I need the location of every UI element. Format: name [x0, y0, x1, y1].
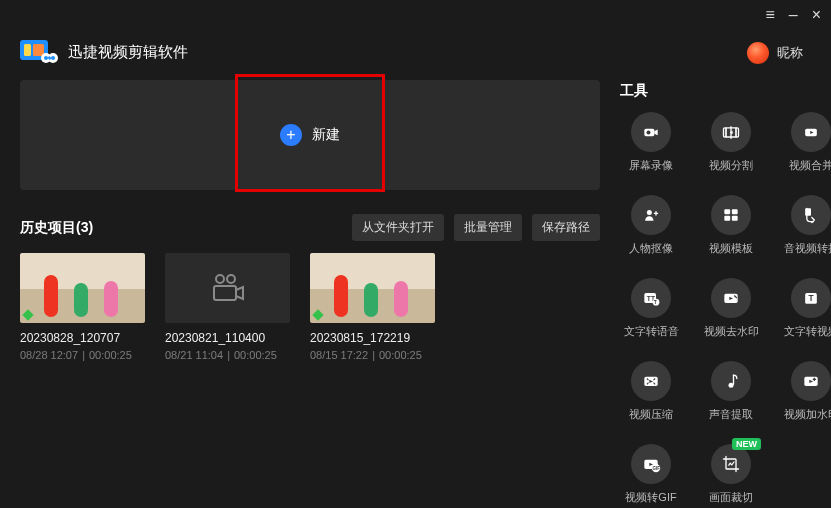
svg-text:T: T — [809, 293, 814, 303]
video-compress-icon — [631, 361, 671, 401]
video-template-icon — [711, 195, 751, 235]
svg-text:GIF: GIF — [652, 466, 660, 471]
app-title: 迅捷视频剪辑软件 — [68, 43, 188, 62]
tool-av-convert[interactable]: 音视频转换 — [780, 195, 831, 256]
tool-add-watermark[interactable]: 视频加水印 — [780, 361, 831, 422]
tool-remove-watermark[interactable]: 视频去水印 — [700, 278, 762, 339]
screen-record-icon — [631, 112, 671, 152]
svg-point-35 — [729, 383, 734, 388]
project-meta: 08/21 11:04|00:00:25 — [165, 349, 290, 361]
svg-rect-22 — [732, 209, 738, 214]
svg-rect-24 — [732, 216, 738, 221]
tool-label: 画面裁切 — [709, 490, 753, 505]
project-thumbnail — [20, 253, 145, 323]
user-profile[interactable]: 昵称 — [747, 42, 803, 64]
svg-point-6 — [51, 56, 55, 60]
project-item[interactable]: 20230815_17221908/15 17:22|00:00:25 — [310, 253, 435, 361]
svg-rect-25 — [805, 208, 811, 216]
tool-person-cutout[interactable]: 人物抠像 — [620, 195, 682, 256]
tool-video-template[interactable]: 视频模板 — [700, 195, 762, 256]
svg-rect-21 — [724, 209, 730, 214]
tool-label: 声音提取 — [709, 407, 753, 422]
tool-label: 视频加水印 — [784, 407, 832, 422]
video-split-icon — [711, 112, 751, 152]
video-to-gif-icon: GIF — [631, 444, 671, 484]
tool-screen-record[interactable]: 屏幕录像 — [620, 112, 682, 173]
svg-rect-2 — [33, 44, 44, 56]
project-thumbnail — [165, 253, 290, 323]
project-item[interactable]: 20230828_12070708/28 12:07|00:00:25 — [20, 253, 145, 361]
history-title: 历史项目(3) — [20, 219, 93, 237]
svg-point-18 — [647, 210, 652, 215]
save-path-button[interactable]: 保存路径 — [532, 214, 600, 241]
tool-label: 人物抠像 — [629, 241, 673, 256]
svg-point-5 — [44, 56, 48, 60]
tool-video-compress[interactable]: 视频压缩 — [620, 361, 682, 422]
crop-icon: NEW — [711, 444, 751, 484]
tool-label: 视频分割 — [709, 158, 753, 173]
tool-crop[interactable]: NEW画面裁切 — [700, 444, 762, 505]
new-project-panel: + 新建 — [20, 80, 600, 190]
project-name: 20230821_110400 — [165, 331, 290, 345]
project-meta: 08/15 17:22|00:00:25 — [310, 349, 435, 361]
project-name: 20230828_120707 — [20, 331, 145, 345]
nickname: 昵称 — [777, 44, 803, 62]
svg-point-8 — [216, 275, 224, 283]
tool-label: 视频去水印 — [704, 324, 759, 339]
tool-text-to-video[interactable]: T文字转视频 — [780, 278, 831, 339]
window-controls: ≡ – × — [765, 6, 821, 24]
text-to-video-icon: T — [791, 278, 831, 318]
batch-manage-button[interactable]: 批量管理 — [454, 214, 522, 241]
project-meta: 08/28 12:07|00:00:25 — [20, 349, 145, 361]
tool-video-to-gif[interactable]: GIF视频转GIF — [620, 444, 682, 505]
tool-label: 视频转GIF — [625, 490, 676, 505]
svg-text:T: T — [654, 299, 657, 305]
open-from-folder-button[interactable]: 从文件夹打开 — [352, 214, 444, 241]
tool-tts[interactable]: TTT文字转语音 — [620, 278, 682, 339]
svg-rect-1 — [24, 44, 31, 56]
tool-label: 文字转视频 — [784, 324, 832, 339]
svg-point-12 — [647, 130, 651, 134]
tool-label: 视频压缩 — [629, 407, 673, 422]
new-badge: NEW — [732, 438, 761, 450]
minimize-icon[interactable]: – — [789, 6, 798, 24]
tool-label: 文字转语音 — [624, 324, 679, 339]
app-logo-icon — [20, 40, 58, 64]
avatar — [747, 42, 769, 64]
menu-icon[interactable]: ≡ — [765, 6, 774, 24]
add-watermark-icon — [791, 361, 831, 401]
svg-rect-14 — [725, 128, 727, 137]
tools-title: 工具 — [620, 82, 831, 100]
tool-audio-extract[interactable]: 声音提取 — [700, 361, 762, 422]
remove-watermark-icon — [711, 278, 751, 318]
svg-point-9 — [227, 275, 235, 283]
tool-label: 视频模板 — [709, 241, 753, 256]
svg-rect-15 — [735, 128, 737, 137]
tool-label: 屏幕录像 — [629, 158, 673, 173]
tts-icon: TTT — [631, 278, 671, 318]
project-name: 20230815_172219 — [310, 331, 435, 345]
tool-label: 音视频转换 — [784, 241, 832, 256]
tool-video-split[interactable]: 视频分割 — [700, 112, 762, 173]
project-thumbnail — [310, 253, 435, 323]
close-icon[interactable]: × — [812, 6, 821, 24]
app-header: 迅捷视频剪辑软件 — [0, 0, 831, 80]
svg-rect-23 — [724, 216, 730, 221]
svg-rect-10 — [214, 286, 236, 300]
audio-extract-icon — [711, 361, 751, 401]
tool-video-merge[interactable]: 视频合并 — [780, 112, 831, 173]
project-item[interactable]: 20230821_11040008/21 11:04|00:00:25 — [165, 253, 290, 361]
person-cutout-icon — [631, 195, 671, 235]
video-merge-icon — [791, 112, 831, 152]
av-convert-icon — [791, 195, 831, 235]
tool-label: 视频合并 — [789, 158, 831, 173]
highlight-box — [235, 74, 385, 192]
